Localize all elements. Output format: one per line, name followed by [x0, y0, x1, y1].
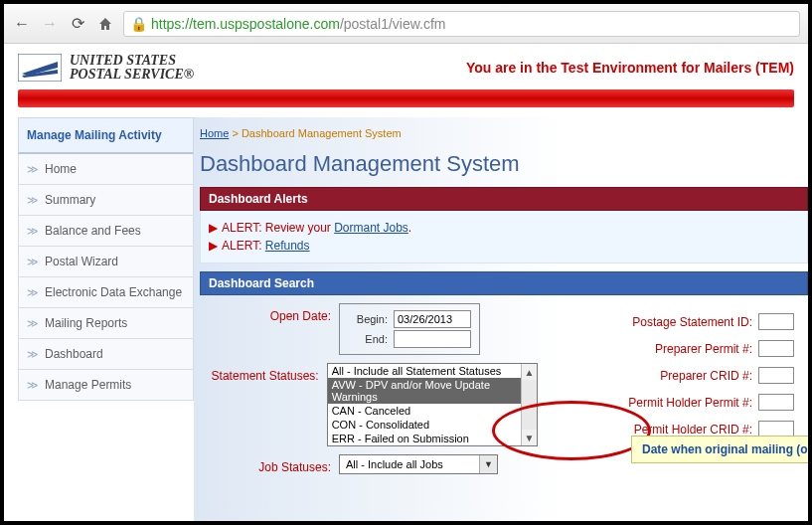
page-header: UNITED STATES POSTAL SERVICE® You are in…: [4, 44, 808, 86]
chevron-right-icon: ≫: [27, 286, 39, 299]
preparer-permit-input[interactable]: [758, 340, 794, 357]
breadcrumb: Home > Dashboard Management System: [200, 117, 808, 145]
chevron-right-icon: ≫: [27, 163, 39, 176]
forward-button[interactable]: →: [40, 14, 60, 34]
date-tooltip: Date when original mailing (or mailing j…: [631, 436, 808, 463]
breadcrumb-current: Dashboard Management System: [242, 127, 402, 139]
select-value: All - Include all Jobs: [340, 458, 479, 470]
address-bar[interactable]: 🔒 https://tem.uspspostalone.com/postal1/…: [123, 11, 800, 37]
postage-statement-id-input[interactable]: [758, 313, 794, 330]
alerts-header: Dashboard Alerts: [200, 187, 808, 211]
search-header: Dashboard Search: [200, 271, 808, 295]
usps-logo: UNITED STATES POSTAL SERVICE®: [18, 54, 194, 82]
chevron-right-icon: ≫: [27, 225, 39, 238]
sidebar: Manage Mailing Activity ≫Home ≫Summary ≫…: [18, 117, 194, 521]
listbox-option[interactable]: CON - Consolidated: [328, 418, 537, 432]
begin-date-input[interactable]: [394, 310, 471, 328]
chevron-right-icon: ≫: [27, 256, 39, 268]
end-label: End:: [348, 333, 388, 345]
breadcrumb-home-link[interactable]: Home: [200, 127, 229, 139]
sidebar-item-label: Mailing Reports: [45, 316, 127, 330]
listbox-option[interactable]: ERR - Failed on Submission: [328, 432, 537, 445]
begin-label: Begin:: [348, 313, 388, 325]
chevron-right-icon: ≫: [27, 194, 39, 207]
sidebar-item-label: Dashboard: [45, 347, 103, 361]
alert-row: ▶ALERT: Review your Dormant Jobs.: [209, 221, 799, 235]
eagle-icon: [18, 54, 62, 82]
permit-holder-permit-input[interactable]: [758, 394, 794, 411]
sidebar-item-home[interactable]: ≫Home: [18, 154, 194, 185]
permit-holder-crid-label: Permit Holder CRID #:: [634, 423, 752, 437]
sidebar-header: Manage Mailing Activity: [18, 117, 194, 154]
statement-statuses-label: Statement Statuses:: [200, 363, 327, 383]
sidebar-item-postal-wizard[interactable]: ≫Postal Wizard: [18, 247, 194, 277]
scrollbar[interactable]: ▲ ▼: [521, 364, 537, 445]
sidebar-item-ede[interactable]: ≫Electronic Data Exchange: [18, 277, 194, 308]
browser-toolbar: ← → ⟳ 🔒 https://tem.uspspostalone.com/po…: [4, 4, 808, 44]
statement-statuses-listbox[interactable]: All - Include all Statement Statuses AVW…: [327, 363, 538, 446]
listbox-option[interactable]: CAN - Canceled: [328, 404, 537, 418]
preparer-permit-label: Preparer Permit #:: [655, 342, 752, 356]
open-date-label: Open Date:: [200, 303, 339, 323]
sidebar-item-label: Balance and Fees: [45, 224, 141, 238]
end-date-input[interactable]: [394, 330, 471, 348]
alerts-box: ▶ALERT: Review your Dormant Jobs. ▶ALERT…: [200, 211, 808, 263]
alert-suffix: .: [408, 221, 411, 235]
sidebar-item-mailing-reports[interactable]: ≫Mailing Reports: [18, 308, 194, 339]
sidebar-item-manage-permits[interactable]: ≫Manage Permits: [18, 370, 194, 401]
open-date-group: Begin: End:: [339, 303, 480, 355]
sidebar-item-label: Manage Permits: [45, 378, 131, 392]
chevron-right-icon: ≫: [27, 379, 39, 392]
alert-prefix: ALERT: Review your: [222, 221, 334, 235]
back-button[interactable]: ←: [12, 14, 32, 34]
breadcrumb-sep: >: [229, 127, 242, 139]
sidebar-item-label: Postal Wizard: [45, 255, 118, 268]
sidebar-item-label: Electronic Data Exchange: [45, 285, 182, 299]
postage-statement-id-label: Postage Statement ID:: [632, 315, 752, 329]
sidebar-item-summary[interactable]: ≫Summary: [18, 185, 194, 216]
lock-icon: 🔒: [130, 16, 147, 32]
page-title: Dashboard Management System: [200, 145, 808, 187]
url-host: ://tem.uspspostalone.com: [181, 16, 340, 32]
chevron-right-icon: ≫: [27, 317, 39, 330]
scroll-up-icon[interactable]: ▲: [522, 364, 537, 380]
permit-holder-permit-label: Permit Holder Permit #:: [628, 396, 752, 410]
url-path: /postal1/view.cfm: [340, 16, 446, 32]
preparer-crid-input[interactable]: [758, 367, 794, 384]
job-statuses-label: Job Statuses:: [200, 454, 339, 474]
job-statuses-select[interactable]: All - Include all Jobs ▼: [339, 454, 498, 474]
sidebar-item-label: Home: [45, 162, 77, 176]
red-divider: [18, 89, 794, 107]
alert-row: ▶ALERT: Refunds: [209, 239, 799, 253]
preparer-crid-label: Preparer CRID #:: [660, 369, 752, 383]
alert-icon: ▶: [209, 239, 218, 253]
refunds-link[interactable]: Refunds: [265, 239, 310, 253]
listbox-option[interactable]: AVW - DPV and/or Move Update Warnings: [328, 378, 537, 404]
sidebar-item-balance[interactable]: ≫Balance and Fees: [18, 216, 194, 247]
url-protocol: https: [151, 16, 181, 32]
home-button[interactable]: [95, 14, 115, 34]
reload-button[interactable]: ⟳: [68, 14, 87, 34]
chevron-right-icon: ≫: [27, 348, 39, 361]
alert-icon: ▶: [209, 221, 218, 235]
tem-banner: You are in the Test Environment for Mail…: [466, 60, 794, 76]
chevron-down-icon[interactable]: ▼: [479, 455, 497, 473]
scroll-down-icon[interactable]: ▼: [522, 430, 537, 445]
org-name-line1: UNITED STATES: [70, 53, 176, 68]
sidebar-item-dashboard[interactable]: ≫Dashboard: [18, 339, 194, 370]
alert-prefix: ALERT:: [222, 239, 265, 253]
sidebar-item-label: Summary: [45, 193, 95, 207]
dormant-jobs-link[interactable]: Dormant Jobs: [334, 221, 408, 235]
listbox-option[interactable]: All - Include all Statement Statuses: [328, 364, 537, 378]
org-name-line2: POSTAL SERVICE®: [70, 67, 194, 82]
